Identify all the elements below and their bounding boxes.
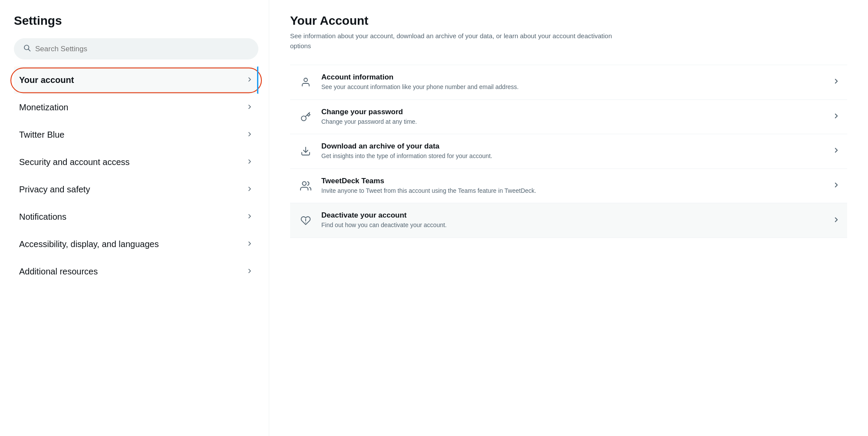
menu-item-title: Deactivate your account (321, 211, 827, 220)
page-title: Your Account (290, 14, 847, 28)
chevron-right-icon (832, 146, 840, 156)
menu-item-content: Change your password Change your passwor… (321, 108, 827, 126)
chevron-right-icon (246, 185, 253, 194)
sidebar-item-privacy[interactable]: Privacy and safety (14, 176, 258, 203)
download-icon (297, 146, 314, 156)
sidebar-item-label: Privacy and safety (19, 185, 90, 195)
svg-point-4 (302, 182, 306, 185)
menu-item-description: Find out how you can deactivate your acc… (321, 221, 827, 230)
sidebar-item-label: Notifications (19, 212, 66, 222)
page-description: See information about your account, down… (290, 31, 629, 51)
svg-line-1 (28, 49, 30, 51)
search-input[interactable] (35, 45, 249, 53)
sidebar-item-label: Monetization (19, 102, 68, 112)
left-panel: Settings Your account Monetization (0, 0, 269, 436)
sidebar-item-security[interactable]: Security and account access (14, 149, 258, 176)
menu-item-title: Change your password (321, 108, 827, 116)
chevron-right-icon (246, 268, 253, 276)
svg-point-2 (304, 78, 307, 82)
nav-list: Your account Monetization Twitter Blue (14, 66, 258, 285)
chevron-right-icon (246, 103, 253, 112)
sidebar-item-label: Additional resources (19, 267, 98, 277)
menu-item-download-archive[interactable]: Download an archive of your data Get ins… (290, 134, 847, 169)
person-icon (297, 77, 314, 87)
sidebar-item-your-account[interactable]: Your account (14, 66, 258, 94)
account-menu-list: Account information See your account inf… (290, 65, 847, 238)
chevron-right-icon (246, 158, 253, 167)
key-icon (297, 112, 314, 122)
chevron-right-icon (246, 213, 253, 221)
menu-item-description: See your account information like your p… (321, 83, 827, 92)
chevron-right-icon (246, 131, 253, 139)
sidebar-item-twitter-blue[interactable]: Twitter Blue (14, 121, 258, 149)
menu-item-account-information[interactable]: Account information See your account inf… (290, 65, 847, 100)
chevron-right-icon (832, 216, 840, 225)
sidebar-item-notifications[interactable]: Notifications (14, 203, 258, 231)
search-bar[interactable] (14, 38, 258, 59)
sidebar-item-monetization[interactable]: Monetization (14, 94, 258, 121)
sidebar-item-label: Security and account access (19, 157, 130, 167)
chevron-right-icon (832, 77, 840, 87)
menu-item-content: Account information See your account inf… (321, 73, 827, 92)
menu-item-tweetdeck-teams[interactable]: TweetDeck Teams Invite anyone to Tweet f… (290, 169, 847, 204)
search-icon (23, 44, 31, 54)
sidebar-item-label: Twitter Blue (19, 130, 64, 140)
team-icon (297, 180, 314, 192)
chevron-right-icon (246, 240, 253, 249)
menu-item-title: Account information (321, 73, 827, 82)
settings-title: Settings (14, 14, 258, 28)
menu-item-deactivate-account[interactable]: Deactivate your account Find out how you… (290, 203, 847, 238)
menu-item-description: Invite anyone to Tweet from this account… (321, 187, 827, 195)
chevron-right-icon (832, 112, 840, 122)
chevron-right-icon (246, 76, 253, 85)
heart-break-icon (297, 215, 314, 226)
chevron-right-icon (832, 181, 840, 191)
menu-item-content: TweetDeck Teams Invite anyone to Tweet f… (321, 177, 827, 195)
right-panel: Your Account See information about your … (269, 0, 868, 436)
menu-item-description: Change your password at any time. (321, 118, 827, 126)
menu-item-title: Download an archive of your data (321, 142, 827, 151)
sidebar-item-accessibility[interactable]: Accessibility, display, and languages (14, 231, 258, 258)
menu-item-description: Get insights into the type of informatio… (321, 152, 827, 161)
sidebar-item-additional-resources[interactable]: Additional resources (14, 258, 258, 285)
menu-item-change-password[interactable]: Change your password Change your passwor… (290, 100, 847, 135)
sidebar-item-label: Your account (19, 75, 74, 85)
sidebar-item-label: Accessibility, display, and languages (19, 239, 159, 249)
menu-item-content: Download an archive of your data Get ins… (321, 142, 827, 161)
menu-item-content: Deactivate your account Find out how you… (321, 211, 827, 230)
menu-item-title: TweetDeck Teams (321, 177, 827, 185)
